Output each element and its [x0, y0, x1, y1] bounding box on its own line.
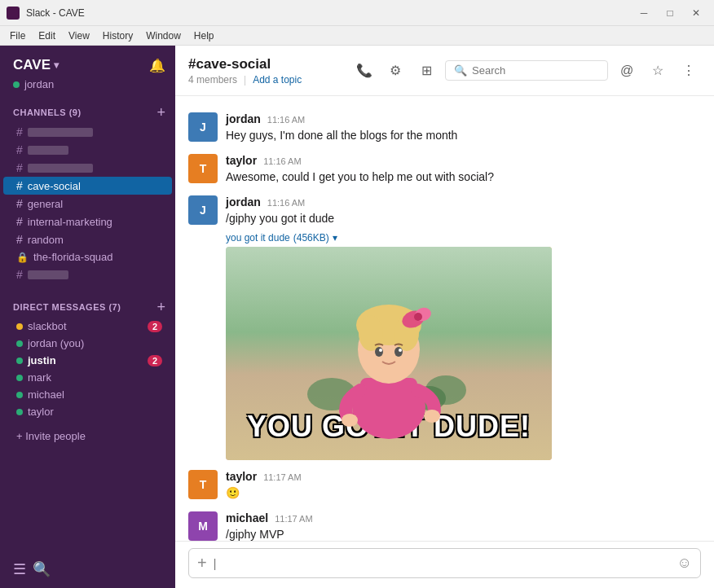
- sidebar-item-florida-squad[interactable]: 🔒 the-florida-squad: [3, 248, 172, 265]
- shortcuts-icon[interactable]: ☰: [13, 560, 26, 578]
- sidebar-item-general[interactable]: # general: [3, 195, 172, 213]
- user-status: jordan: [0, 77, 175, 99]
- more-icon-button[interactable]: ⋮: [677, 59, 701, 83]
- layout-icon-button[interactable]: ⊞: [414, 59, 439, 83]
- message-text: Awesome, could I get you to help me out …: [226, 169, 701, 186]
- sidebar-item-channel-blurred-2[interactable]: #: [3, 141, 172, 159]
- star-icon-button[interactable]: ☆: [646, 59, 670, 83]
- hash-icon: #: [16, 179, 23, 192]
- notification-bell-icon[interactable]: 🔔: [149, 58, 165, 73]
- message-time: 11:16 AM: [267, 198, 305, 208]
- sidebar-item-cave-social[interactable]: # cave-social: [3, 177, 172, 195]
- menu-window[interactable]: Window: [139, 29, 187, 43]
- workspace-name[interactable]: CAVE ▾: [13, 57, 59, 73]
- settings-icon-button[interactable]: ⚙: [383, 59, 408, 83]
- table-row: T taylor 11:16 AM Awesome, could I get y…: [175, 151, 714, 189]
- app-body: CAVE ▾ 🔔 jordan CHANNELS (9) + # #: [0, 46, 714, 588]
- svg-point-18: [424, 410, 440, 423]
- app-icon: [7, 7, 20, 20]
- channel-name-label: general: [28, 198, 63, 210]
- svg-point-14: [394, 347, 403, 357]
- header-actions: 📞 ⚙ ⊞ 🔍 @ ☆ ⋮: [352, 59, 701, 83]
- channels-section-header: CHANNELS (9) +: [0, 99, 175, 123]
- unread-badge: 2: [148, 355, 162, 366]
- workspace-chevron-icon: ▾: [54, 59, 59, 71]
- channel-meta: 4 members | Add a topic: [188, 74, 342, 86]
- username-label: jordan: [24, 78, 54, 90]
- dm-section: DIRECT MESSAGES (7) + slackbot 2 jordan …: [0, 293, 175, 420]
- dm-item-slackbot[interactable]: slackbot 2: [3, 318, 172, 335]
- emoji-picker-button[interactable]: ☺: [677, 555, 692, 572]
- svg-point-16: [399, 349, 402, 352]
- add-topic-link[interactable]: Add a topic: [253, 74, 302, 86]
- message-text: /giphy you got it dude: [226, 210, 701, 227]
- message-author: jordan: [226, 112, 261, 125]
- giphy-size: (456KB): [293, 232, 329, 244]
- message-input[interactable]: [214, 557, 671, 570]
- message-author: taylor: [226, 470, 257, 483]
- hash-icon: #: [16, 197, 23, 210]
- table-row: T taylor 11:17 AM 🙂: [175, 467, 714, 505]
- menu-file[interactable]: File: [3, 29, 32, 43]
- dm-name: mark: [28, 371, 51, 384]
- dm-section-label: DIRECT MESSAGES (7): [13, 302, 121, 312]
- messages-list: J jordan 11:16 AM Hey guys, I'm done all…: [175, 96, 714, 541]
- dm-name: justin: [28, 354, 56, 366]
- svg-point-12: [414, 313, 422, 321]
- giphy-character-svg: [307, 264, 470, 443]
- svg-point-13: [375, 347, 383, 357]
- channel-name-label: internal-marketing: [28, 216, 112, 228]
- close-button[interactable]: ✕: [685, 4, 707, 22]
- dm-item-jordan[interactable]: jordan (you): [3, 335, 172, 352]
- menu-history[interactable]: History: [96, 29, 139, 43]
- dm-section-header: DIRECT MESSAGES (7) +: [0, 293, 175, 318]
- dm-name: slackbot: [28, 320, 67, 332]
- search-input[interactable]: [472, 64, 599, 77]
- hash-icon: #: [16, 215, 23, 228]
- separator: |: [244, 74, 246, 86]
- message-header: michael 11:17 AM: [226, 511, 701, 524]
- menu-help[interactable]: Help: [187, 29, 221, 43]
- titlebar: Slack - CAVE ─ □ ✕: [0, 0, 714, 26]
- message-author: michael: [226, 511, 268, 524]
- avatar: J: [188, 112, 218, 142]
- invite-people-button[interactable]: + Invite people: [3, 423, 172, 449]
- giphy-dropdown-icon[interactable]: ▾: [333, 232, 337, 244]
- sidebar-item-channel-blurred-3[interactable]: #: [3, 159, 172, 177]
- message-time: 11:16 AM: [263, 156, 301, 166]
- add-attachment-button[interactable]: +: [197, 554, 207, 573]
- dm-item-mark[interactable]: mark: [3, 369, 172, 386]
- message-header: taylor 11:17 AM: [226, 470, 701, 483]
- status-dot-green: [16, 340, 23, 347]
- maximize-button[interactable]: □: [659, 4, 681, 22]
- hash-icon: #: [16, 143, 23, 156]
- sidebar-item-internal-marketing[interactable]: # internal-marketing: [3, 213, 172, 230]
- message-content: jordan 11:16 AM Hey guys, I'm done all t…: [226, 112, 701, 144]
- message-content: taylor 11:16 AM Awesome, could I get you…: [226, 154, 701, 186]
- blurred-channel-name: [28, 270, 68, 279]
- add-dm-button[interactable]: +: [156, 300, 165, 314]
- sidebar-item-channel-blurred-1[interactable]: #: [3, 123, 172, 141]
- add-channel-button[interactable]: +: [156, 105, 165, 120]
- status-dot-green: [16, 409, 23, 415]
- phone-icon-button[interactable]: 📞: [352, 59, 377, 83]
- svg-point-15: [379, 349, 382, 352]
- lock-icon: 🔒: [16, 252, 29, 263]
- dm-item-justin[interactable]: justin 2: [3, 352, 172, 369]
- sidebar-item-random[interactable]: # random: [3, 230, 172, 248]
- avatar: M: [188, 511, 218, 541]
- status-dot-green: [16, 392, 23, 398]
- menu-edit[interactable]: Edit: [32, 29, 62, 43]
- sidebar-item-channel-blurred-4[interactable]: #: [3, 265, 172, 283]
- message-content: taylor 11:17 AM 🙂: [226, 470, 701, 502]
- message-text: Hey guys, I'm done all the blogs for the…: [226, 127, 701, 144]
- dm-item-michael[interactable]: michael: [3, 386, 172, 403]
- blurred-channel-name: [28, 128, 93, 137]
- chat-input-box: + ☺: [188, 548, 701, 578]
- minimize-button[interactable]: ─: [632, 4, 655, 22]
- search-icon[interactable]: 🔍: [33, 560, 51, 578]
- table-row: J jordan 11:16 AM Hey guys, I'm done all…: [175, 109, 714, 147]
- dm-item-taylor[interactable]: taylor: [3, 403, 172, 420]
- menu-view[interactable]: View: [62, 29, 96, 43]
- at-icon-button[interactable]: @: [615, 59, 639, 83]
